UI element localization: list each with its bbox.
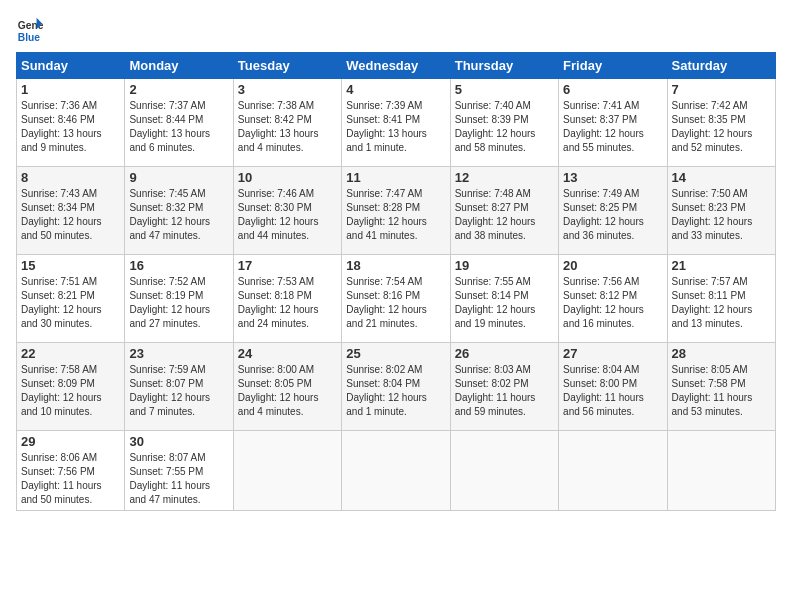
day-info: Sunrise: 7:50 AM Sunset: 8:23 PM Dayligh… xyxy=(672,187,771,243)
day-info: Sunrise: 7:58 AM Sunset: 8:09 PM Dayligh… xyxy=(21,363,120,419)
day-info: Sunrise: 8:03 AM Sunset: 8:02 PM Dayligh… xyxy=(455,363,554,419)
calendar-header-wednesday: Wednesday xyxy=(342,53,450,79)
day-number: 24 xyxy=(238,346,337,361)
day-number: 2 xyxy=(129,82,228,97)
day-info: Sunrise: 7:57 AM Sunset: 8:11 PM Dayligh… xyxy=(672,275,771,331)
day-info: Sunrise: 7:39 AM Sunset: 8:41 PM Dayligh… xyxy=(346,99,445,155)
day-info: Sunrise: 8:02 AM Sunset: 8:04 PM Dayligh… xyxy=(346,363,445,419)
day-info: Sunrise: 8:05 AM Sunset: 7:58 PM Dayligh… xyxy=(672,363,771,419)
day-number: 4 xyxy=(346,82,445,97)
day-number: 13 xyxy=(563,170,662,185)
day-info: Sunrise: 8:06 AM Sunset: 7:56 PM Dayligh… xyxy=(21,451,120,507)
day-number: 18 xyxy=(346,258,445,273)
day-info: Sunrise: 7:43 AM Sunset: 8:34 PM Dayligh… xyxy=(21,187,120,243)
calendar-cell xyxy=(667,431,775,511)
svg-text:Blue: Blue xyxy=(18,32,41,43)
day-number: 25 xyxy=(346,346,445,361)
calendar-cell: 21Sunrise: 7:57 AM Sunset: 8:11 PM Dayli… xyxy=(667,255,775,343)
day-number: 10 xyxy=(238,170,337,185)
day-info: Sunrise: 7:47 AM Sunset: 8:28 PM Dayligh… xyxy=(346,187,445,243)
calendar-cell: 20Sunrise: 7:56 AM Sunset: 8:12 PM Dayli… xyxy=(559,255,667,343)
day-number: 17 xyxy=(238,258,337,273)
day-info: Sunrise: 7:37 AM Sunset: 8:44 PM Dayligh… xyxy=(129,99,228,155)
day-number: 19 xyxy=(455,258,554,273)
calendar-cell xyxy=(450,431,558,511)
day-number: 21 xyxy=(672,258,771,273)
calendar-week-row: 29Sunrise: 8:06 AM Sunset: 7:56 PM Dayli… xyxy=(17,431,776,511)
calendar-cell: 27Sunrise: 8:04 AM Sunset: 8:00 PM Dayli… xyxy=(559,343,667,431)
day-number: 30 xyxy=(129,434,228,449)
calendar-cell: 6Sunrise: 7:41 AM Sunset: 8:37 PM Daylig… xyxy=(559,79,667,167)
logo: General Blue xyxy=(16,16,48,44)
calendar-cell: 17Sunrise: 7:53 AM Sunset: 8:18 PM Dayli… xyxy=(233,255,341,343)
day-number: 3 xyxy=(238,82,337,97)
day-number: 29 xyxy=(21,434,120,449)
day-info: Sunrise: 7:55 AM Sunset: 8:14 PM Dayligh… xyxy=(455,275,554,331)
day-number: 1 xyxy=(21,82,120,97)
calendar-cell: 3Sunrise: 7:38 AM Sunset: 8:42 PM Daylig… xyxy=(233,79,341,167)
calendar-cell: 29Sunrise: 8:06 AM Sunset: 7:56 PM Dayli… xyxy=(17,431,125,511)
calendar-cell: 14Sunrise: 7:50 AM Sunset: 8:23 PM Dayli… xyxy=(667,167,775,255)
calendar-cell xyxy=(559,431,667,511)
day-number: 20 xyxy=(563,258,662,273)
day-number: 26 xyxy=(455,346,554,361)
day-number: 6 xyxy=(563,82,662,97)
day-info: Sunrise: 7:53 AM Sunset: 8:18 PM Dayligh… xyxy=(238,275,337,331)
day-number: 16 xyxy=(129,258,228,273)
day-info: Sunrise: 7:36 AM Sunset: 8:46 PM Dayligh… xyxy=(21,99,120,155)
calendar-cell: 11Sunrise: 7:47 AM Sunset: 8:28 PM Dayli… xyxy=(342,167,450,255)
day-info: Sunrise: 7:38 AM Sunset: 8:42 PM Dayligh… xyxy=(238,99,337,155)
day-number: 14 xyxy=(672,170,771,185)
calendar-header-row: SundayMondayTuesdayWednesdayThursdayFrid… xyxy=(17,53,776,79)
day-info: Sunrise: 7:42 AM Sunset: 8:35 PM Dayligh… xyxy=(672,99,771,155)
calendar-cell: 13Sunrise: 7:49 AM Sunset: 8:25 PM Dayli… xyxy=(559,167,667,255)
calendar-header-tuesday: Tuesday xyxy=(233,53,341,79)
day-info: Sunrise: 7:52 AM Sunset: 8:19 PM Dayligh… xyxy=(129,275,228,331)
day-info: Sunrise: 7:59 AM Sunset: 8:07 PM Dayligh… xyxy=(129,363,228,419)
calendar-cell: 26Sunrise: 8:03 AM Sunset: 8:02 PM Dayli… xyxy=(450,343,558,431)
calendar-cell: 16Sunrise: 7:52 AM Sunset: 8:19 PM Dayli… xyxy=(125,255,233,343)
day-number: 12 xyxy=(455,170,554,185)
page-header: General Blue xyxy=(16,16,776,44)
calendar-cell: 28Sunrise: 8:05 AM Sunset: 7:58 PM Dayli… xyxy=(667,343,775,431)
calendar-cell: 15Sunrise: 7:51 AM Sunset: 8:21 PM Dayli… xyxy=(17,255,125,343)
calendar-cell: 9Sunrise: 7:45 AM Sunset: 8:32 PM Daylig… xyxy=(125,167,233,255)
calendar-cell: 4Sunrise: 7:39 AM Sunset: 8:41 PM Daylig… xyxy=(342,79,450,167)
calendar-week-row: 1Sunrise: 7:36 AM Sunset: 8:46 PM Daylig… xyxy=(17,79,776,167)
calendar-cell: 12Sunrise: 7:48 AM Sunset: 8:27 PM Dayli… xyxy=(450,167,558,255)
calendar-week-row: 8Sunrise: 7:43 AM Sunset: 8:34 PM Daylig… xyxy=(17,167,776,255)
calendar-week-row: 22Sunrise: 7:58 AM Sunset: 8:09 PM Dayli… xyxy=(17,343,776,431)
day-info: Sunrise: 7:45 AM Sunset: 8:32 PM Dayligh… xyxy=(129,187,228,243)
calendar-cell: 10Sunrise: 7:46 AM Sunset: 8:30 PM Dayli… xyxy=(233,167,341,255)
calendar-cell: 19Sunrise: 7:55 AM Sunset: 8:14 PM Dayli… xyxy=(450,255,558,343)
calendar-body: 1Sunrise: 7:36 AM Sunset: 8:46 PM Daylig… xyxy=(17,79,776,511)
calendar-header-saturday: Saturday xyxy=(667,53,775,79)
calendar-header-monday: Monday xyxy=(125,53,233,79)
calendar-cell: 18Sunrise: 7:54 AM Sunset: 8:16 PM Dayli… xyxy=(342,255,450,343)
day-number: 15 xyxy=(21,258,120,273)
calendar-cell xyxy=(233,431,341,511)
day-number: 11 xyxy=(346,170,445,185)
day-info: Sunrise: 7:41 AM Sunset: 8:37 PM Dayligh… xyxy=(563,99,662,155)
calendar-cell: 5Sunrise: 7:40 AM Sunset: 8:39 PM Daylig… xyxy=(450,79,558,167)
day-number: 28 xyxy=(672,346,771,361)
day-info: Sunrise: 8:00 AM Sunset: 8:05 PM Dayligh… xyxy=(238,363,337,419)
day-number: 22 xyxy=(21,346,120,361)
calendar-cell: 25Sunrise: 8:02 AM Sunset: 8:04 PM Dayli… xyxy=(342,343,450,431)
day-number: 27 xyxy=(563,346,662,361)
calendar-header-friday: Friday xyxy=(559,53,667,79)
day-info: Sunrise: 7:49 AM Sunset: 8:25 PM Dayligh… xyxy=(563,187,662,243)
day-number: 23 xyxy=(129,346,228,361)
calendar-cell: 2Sunrise: 7:37 AM Sunset: 8:44 PM Daylig… xyxy=(125,79,233,167)
day-number: 8 xyxy=(21,170,120,185)
day-number: 5 xyxy=(455,82,554,97)
calendar-cell: 1Sunrise: 7:36 AM Sunset: 8:46 PM Daylig… xyxy=(17,79,125,167)
logo-icon: General Blue xyxy=(16,16,44,44)
day-info: Sunrise: 7:51 AM Sunset: 8:21 PM Dayligh… xyxy=(21,275,120,331)
calendar-cell: 7Sunrise: 7:42 AM Sunset: 8:35 PM Daylig… xyxy=(667,79,775,167)
calendar-cell: 24Sunrise: 8:00 AM Sunset: 8:05 PM Dayli… xyxy=(233,343,341,431)
day-info: Sunrise: 7:46 AM Sunset: 8:30 PM Dayligh… xyxy=(238,187,337,243)
day-info: Sunrise: 7:56 AM Sunset: 8:12 PM Dayligh… xyxy=(563,275,662,331)
day-info: Sunrise: 8:04 AM Sunset: 8:00 PM Dayligh… xyxy=(563,363,662,419)
calendar-cell: 30Sunrise: 8:07 AM Sunset: 7:55 PM Dayli… xyxy=(125,431,233,511)
